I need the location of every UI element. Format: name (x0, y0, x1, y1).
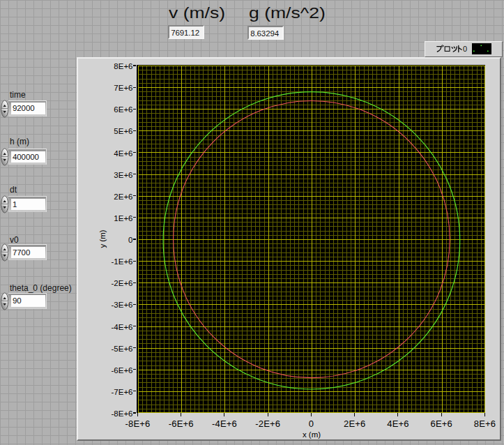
svg-text:0: 0 (463, 45, 467, 53)
